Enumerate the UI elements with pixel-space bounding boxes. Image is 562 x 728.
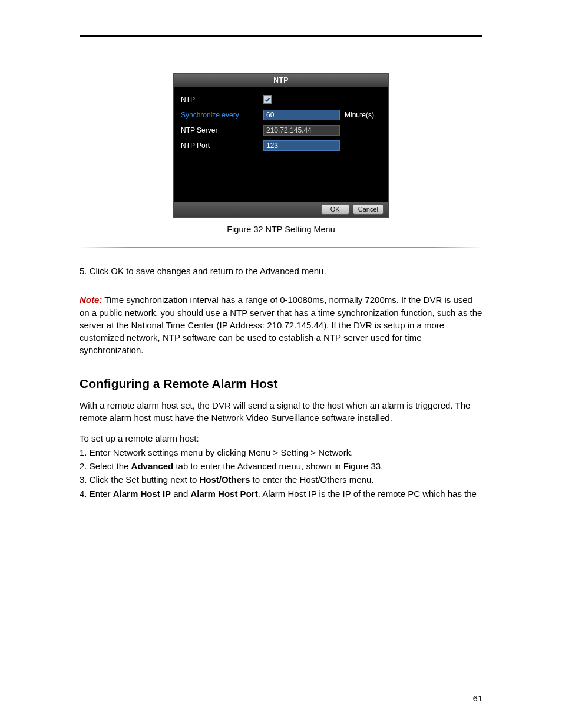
input-port[interactable]: 123 xyxy=(263,140,340,151)
top-rule xyxy=(80,35,482,37)
section-heading: Configuring a Remote Alarm Host xyxy=(80,377,482,391)
note-block: Note: Time synchronization interval has … xyxy=(80,294,482,356)
ntp-dialog: NTP NTP Synchronize every 60 Minute(s) xyxy=(173,73,389,218)
input-sync[interactable]: 60 xyxy=(263,110,340,120)
step-4: 4. Enter Alarm Host IP and Alarm Host Po… xyxy=(80,487,482,500)
cancel-button[interactable]: Cancel xyxy=(353,204,384,215)
step-2-c: tab to enter the Advanced menu, shown in… xyxy=(173,461,383,471)
step-3-b: Host/Others xyxy=(199,475,250,485)
label-sync: Synchronize every xyxy=(181,111,263,119)
row-port: NTP Port 123 xyxy=(181,140,381,151)
intro-para: With a remote alarm host set, the DVR wi… xyxy=(80,399,482,424)
step-3-c: to enter the Host/Others menu. xyxy=(250,475,373,485)
step-4-d: Alarm Host Port xyxy=(190,489,257,499)
unit-sync: Minute(s) xyxy=(345,111,374,119)
input-server[interactable]: 210.72.145.44 xyxy=(263,125,340,136)
step-3: 3. Click the Set butting next to Host/Ot… xyxy=(80,473,482,486)
step-4-c: and xyxy=(171,489,190,499)
lead-in: To set up a remote alarm host: xyxy=(80,432,482,444)
divider xyxy=(80,247,482,248)
note-label: Note: xyxy=(80,295,102,305)
step-4-a: 4. Enter xyxy=(80,489,113,499)
label-port: NTP Port xyxy=(181,141,263,150)
check-icon xyxy=(265,97,270,103)
dialog-footer: OK Cancel xyxy=(174,202,388,217)
ok-button[interactable]: OK xyxy=(321,204,349,215)
dialog-title: NTP xyxy=(174,74,388,87)
note-text: Time synchronization interval has a rang… xyxy=(80,295,482,355)
intro-text: With a remote alarm host set, the DVR wi… xyxy=(80,399,482,424)
step-3-a: 3. Click the Set butting next to xyxy=(80,475,199,485)
step-5: 5. Click OK to save changes and return t… xyxy=(80,265,482,277)
step-4-e: . Alarm Host IP is the IP of the remote … xyxy=(258,489,477,499)
row-server: NTP Server 210.72.145.44 xyxy=(181,124,381,136)
step-2-b: Advanced xyxy=(131,461,174,471)
step-1: 1. Enter Network settings menu by clicki… xyxy=(80,446,482,459)
row-sync: Synchronize every 60 Minute(s) xyxy=(181,109,381,121)
figure-caption: Figure 32 NTP Setting Menu xyxy=(80,225,482,234)
page-number: 61 xyxy=(473,694,482,703)
step-4-b: Alarm Host IP xyxy=(113,489,171,499)
label-server: NTP Server xyxy=(181,126,263,134)
step-2-a: 2. Select the xyxy=(80,461,131,471)
ntp-dialog-screenshot: NTP NTP Synchronize every 60 Minute(s) xyxy=(80,73,482,218)
steps-list: 1. Enter Network settings menu by clicki… xyxy=(80,446,482,500)
label-ntp: NTP xyxy=(181,95,263,104)
row-ntp-enable: NTP xyxy=(181,94,381,106)
lead-in-text: To set up a remote alarm host: xyxy=(80,432,482,444)
step-5-text: 5. Click OK to save changes and return t… xyxy=(80,265,482,277)
ntp-checkbox[interactable] xyxy=(263,95,272,104)
dialog-body: NTP Synchronize every 60 Minute(s) NTP S… xyxy=(174,87,388,202)
step-2: 2. Select the Advanced tab to enter the … xyxy=(80,460,482,472)
